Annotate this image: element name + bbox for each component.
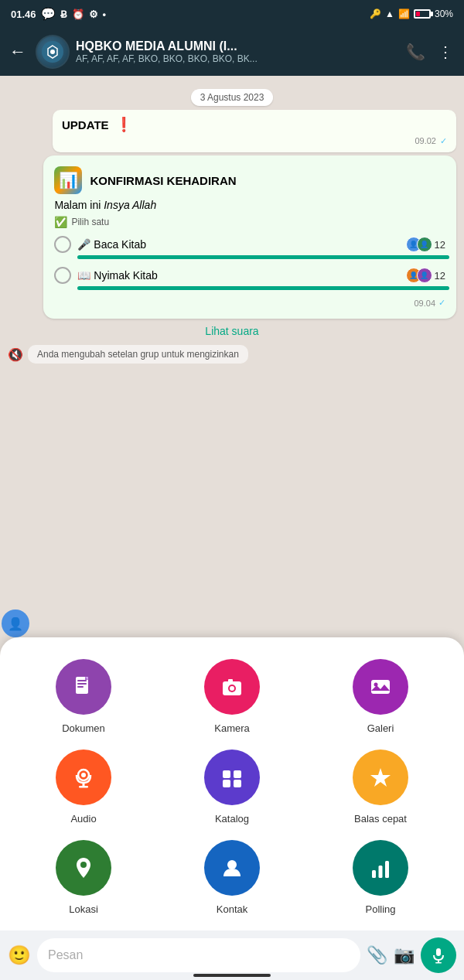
poll-bar-2 [77, 286, 449, 290]
svg-rect-24 [372, 870, 376, 878]
whatsapp-status-icon: 💬 [41, 7, 56, 21]
message-placeholder: Pesan [48, 948, 83, 962]
system-message: 🔇 Anda mengubah setelan grup untuk mengi… [8, 345, 456, 364]
exclamation-icon: ❗ [115, 116, 132, 133]
poll-subtitle: Malam ini Insya Allah [54, 199, 445, 211]
attach-kontak[interactable]: Kontak [164, 840, 300, 915]
poll-radio-2[interactable] [54, 267, 71, 284]
attach-kamera[interactable]: Kamera [164, 659, 300, 734]
kontak-label: Kontak [217, 903, 247, 915]
update-label: UPDATE [62, 118, 109, 131]
call-button[interactable]: 📞 [401, 38, 430, 66]
check-circle-icon: ✅ [54, 216, 67, 228]
poll-count-2: 12 [435, 270, 445, 282]
group-avatar[interactable] [36, 35, 70, 69]
svg-rect-15 [83, 783, 85, 786]
attach-polling[interactable]: Polling [312, 840, 449, 915]
mic-icon [430, 947, 447, 964]
message-input-field[interactable]: Pesan [37, 938, 360, 972]
poll-time: 09.04 [414, 299, 435, 308]
camera-button[interactable]: 📷 [394, 945, 415, 965]
update-message-time: 09.02 ✓ [62, 136, 447, 146]
lokasi-icon [70, 855, 97, 881]
attach-galeri[interactable]: Galeri [312, 659, 449, 734]
kamera-icon [219, 674, 245, 700]
attach-lokasi[interactable]: Lokasi [15, 840, 152, 915]
wifi-icon: ▲ [385, 9, 394, 19]
kontak-icon [219, 855, 245, 881]
svg-point-23 [227, 860, 237, 869]
date-badge: 3 Agustus 2023 [8, 90, 456, 104]
poll-option-1-text: 🎤 Baca Kitab [77, 238, 399, 251]
header-actions: 📞 ⋮ [401, 38, 458, 66]
avatar-svg [42, 41, 63, 63]
svg-point-12 [374, 683, 378, 687]
svg-rect-18 [234, 770, 241, 778]
attach-dokumen[interactable]: Dokumen [15, 659, 152, 734]
system-message-text: Anda mengubah setelan grup untuk mengizi… [28, 345, 248, 364]
poll-option-2[interactable]: 📖 Nyimak Kitab 👤 👤 12 [54, 267, 445, 290]
dot-icon: • [103, 9, 107, 20]
attachment-grid: Dokumen Kamera [15, 659, 449, 915]
poll-avatar: 👤 [417, 237, 432, 252]
poll-footer: 09.04 ✓ [54, 298, 445, 308]
lokasi-label: Lokasi [69, 903, 98, 915]
poll-count-1: 12 [435, 239, 445, 251]
svg-rect-16 [79, 786, 88, 788]
battery-indicator [414, 9, 431, 19]
kamera-label: Kamera [214, 722, 250, 734]
signal-icon: 📶 [398, 9, 410, 19]
lokasi-circle [56, 840, 111, 896]
attach-audio[interactable]: Audio [15, 750, 152, 825]
poll-avatar: 👤 [417, 268, 432, 283]
polling-circle [353, 840, 408, 896]
more-options-button[interactable]: ⋮ [433, 38, 458, 66]
emoji-button[interactable]: 🙂 [8, 944, 31, 966]
attach-balas-cepat[interactable]: Balas cepat [312, 750, 449, 825]
avatar-image [37, 36, 68, 67]
svg-marker-21 [370, 768, 391, 787]
svg-rect-19 [223, 780, 230, 787]
galeri-label: Galeri [367, 722, 394, 734]
svg-rect-5 [77, 686, 84, 688]
side-avatar: 👤 [0, 610, 29, 637]
svg-rect-4 [77, 683, 87, 685]
audio-icon [70, 764, 97, 790]
katalog-circle [204, 750, 260, 805]
poll-read-check: ✓ [438, 298, 445, 308]
svg-rect-27 [436, 948, 441, 956]
settings-icon: ⚙ [89, 9, 98, 20]
svg-rect-17 [223, 770, 230, 778]
poll-avatars-1: 👤 👤 [406, 237, 432, 252]
galeri-circle [353, 659, 408, 715]
back-button[interactable]: ← [6, 39, 29, 65]
poll-avatars-2: 👤 👤 [406, 268, 432, 283]
mic-button[interactable] [421, 937, 456, 973]
attach-button[interactable]: 📎 [367, 945, 387, 965]
attachment-popup: Dokumen Kamera [0, 637, 464, 930]
svg-rect-28 [438, 960, 439, 962]
poll-radio-1[interactable] [54, 236, 71, 253]
update-message-bubble: UPDATE ❗ 09.02 ✓ [53, 110, 456, 152]
svg-rect-3 [77, 680, 87, 681]
poll-bar-1 [77, 255, 449, 259]
dokumen-icon [70, 674, 97, 700]
poll-option-2-text: 📖 Nyimak Kitab [77, 269, 399, 282]
polling-label: Polling [365, 903, 395, 915]
bitcoin-icon: Ƀ [60, 9, 67, 20]
speaker-icon: 🔇 [8, 347, 23, 362]
poll-icon: 📊 [54, 166, 82, 194]
status-right: 🔑 ▲ 📶 30% [370, 9, 453, 19]
svg-point-14 [81, 773, 86, 777]
status-bar: 01.46 💬 Ƀ ⏰ ⚙ • 🔑 ▲ 📶 30% [0, 0, 464, 28]
time-display: 01.46 [11, 9, 36, 20]
header-info[interactable]: HQBKO MEDIA ALUMNI (I... AF, AF, AF, AF,… [76, 39, 395, 64]
audio-circle [56, 750, 111, 805]
polling-icon [367, 855, 394, 881]
view-votes-button[interactable]: Lihat suara [8, 325, 456, 337]
poll-option-1[interactable]: 🎤 Baca Kitab 👤 👤 12 [54, 236, 445, 259]
poll-title: KONFIRMASI KEHADIRAN [90, 174, 236, 187]
attach-katalog[interactable]: Katalog [164, 750, 300, 825]
balas-cepat-icon [367, 764, 394, 790]
home-indicator [193, 974, 271, 977]
